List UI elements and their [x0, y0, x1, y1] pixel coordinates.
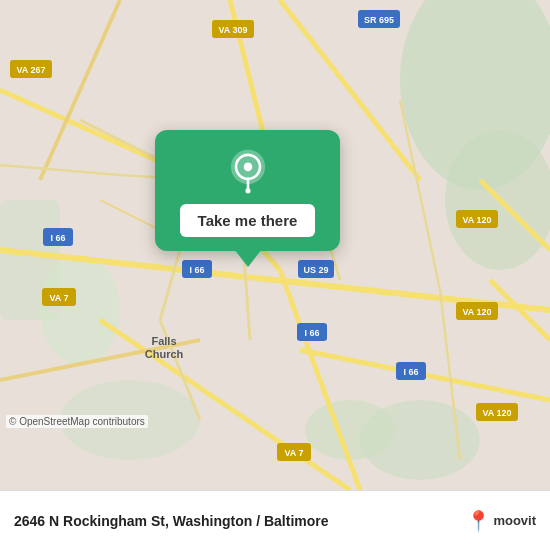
take-me-there-button[interactable]: Take me there: [180, 204, 316, 237]
svg-text:SR 695: SR 695: [364, 15, 394, 25]
moovit-pin-icon: 📍: [466, 509, 491, 533]
location-pin-icon: [224, 148, 272, 196]
bottom-bar: 2646 N Rockingham St, Washington / Balti…: [0, 490, 550, 550]
svg-text:VA 309: VA 309: [218, 25, 247, 35]
svg-point-7: [305, 400, 395, 460]
svg-point-62: [245, 188, 250, 193]
map-container: SR 695 VA 309 VA 267 I 66 VA 7 VA 120 VA…: [0, 0, 550, 490]
svg-text:VA 120: VA 120: [462, 215, 491, 225]
map-attribution: © OpenStreetMap contributors: [6, 415, 148, 428]
svg-text:VA 267: VA 267: [16, 65, 45, 75]
popup-card: Take me there: [155, 130, 340, 251]
svg-text:VA 120: VA 120: [462, 307, 491, 317]
address-line: 2646 N Rockingham St, Washington / Balti…: [14, 513, 329, 529]
moovit-text: moovit: [493, 513, 536, 528]
svg-text:VA 7: VA 7: [49, 293, 68, 303]
svg-text:I 66: I 66: [304, 328, 319, 338]
svg-point-6: [40, 255, 120, 365]
svg-text:I 66: I 66: [189, 265, 204, 275]
svg-text:Church: Church: [145, 348, 184, 360]
svg-text:US 29: US 29: [303, 265, 328, 275]
svg-text:VA 120: VA 120: [482, 408, 511, 418]
svg-point-60: [243, 163, 252, 172]
svg-text:VA 7: VA 7: [284, 448, 303, 458]
svg-text:I 66: I 66: [50, 233, 65, 243]
moovit-logo[interactable]: 📍 moovit: [466, 509, 536, 533]
address-info: 2646 N Rockingham St, Washington / Balti…: [14, 513, 329, 529]
svg-text:Falls: Falls: [151, 335, 176, 347]
svg-text:I 66: I 66: [403, 367, 418, 377]
